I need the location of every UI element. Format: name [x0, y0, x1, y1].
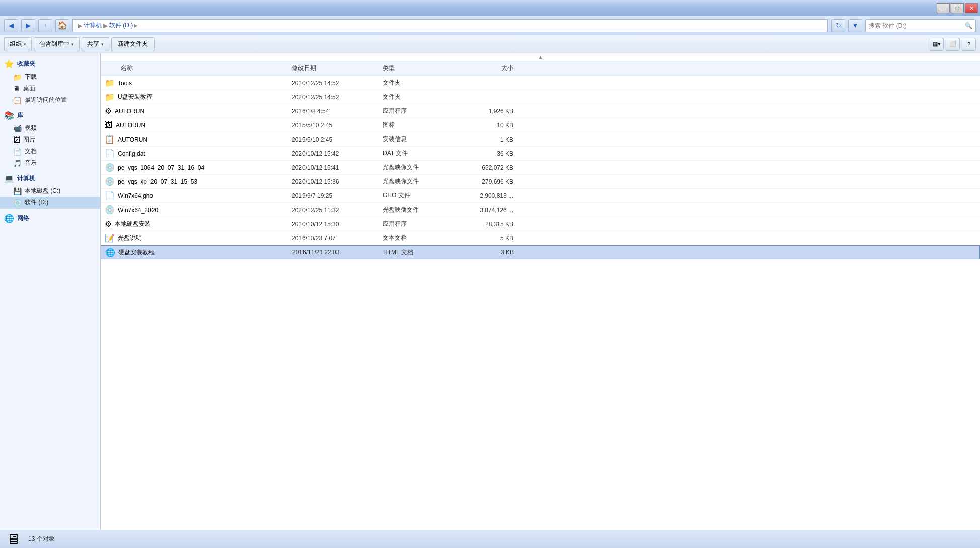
share-label: 共享 — [87, 40, 99, 48]
close-button[interactable]: ✕ — [965, 3, 978, 13]
sidebar-item-drive-c[interactable]: 💾本地磁盘 (C:) — [0, 185, 100, 197]
file-name-autorun2: 🖼 AUTORUN — [101, 121, 292, 130]
path-computer[interactable]: 计算机 — [84, 21, 102, 30]
file-icon-pe-yqs-xp: 💿 — [105, 177, 115, 186]
file-rows-container: 📁 Tools 2020/12/25 14:52 文件夹 📁 U盘安装教程 20… — [101, 76, 980, 259]
file-date-pe-yqs-1064: 2020/10/12 15:41 — [292, 164, 383, 171]
file-icon-udisk-install: 📁 — [105, 92, 115, 102]
images-icon: 🖼 — [13, 136, 20, 144]
sidebar-section-header-network[interactable]: 🌐网络 — [0, 212, 100, 225]
sidebar-item-video[interactable]: 📹视频 — [0, 122, 100, 134]
new-folder-button[interactable]: 新建文件夹 — [111, 37, 155, 51]
help-button[interactable]: ? — [962, 38, 976, 51]
status-icon: 🖥 — [6, 531, 20, 547]
file-type-win7x64-gho: GHO 文件 — [383, 191, 463, 200]
computer-label: 计算机 — [17, 174, 35, 183]
sidebar-section-header-library[interactable]: 📚库 — [0, 109, 100, 122]
table-row[interactable]: 🖼 AUTORUN 2015/5/10 2:45 图标 10 KB — [101, 118, 980, 132]
downloads-label: 下载 — [25, 73, 37, 81]
file-name-text-autorun3: AUTORUN — [118, 136, 147, 143]
column-date[interactable]: 修改日期 — [292, 64, 383, 73]
window-controls: — □ ✕ — [937, 3, 978, 13]
file-icon-disc-readme: 📝 — [105, 233, 115, 243]
column-type[interactable]: 类型 — [383, 64, 463, 73]
file-type-hdd-install-tutorial: HTML 文档 — [383, 248, 464, 257]
file-date-pe-yqs-xp: 2020/10/12 15:36 — [292, 178, 383, 185]
sidebar-section-header-computer[interactable]: 💻计算机 — [0, 172, 100, 185]
sidebar-section-favorites: ⭐收藏夹📁下载🖥桌面📋最近访问的位置 — [0, 57, 100, 106]
refresh-button[interactable]: ↻ — [831, 19, 845, 32]
file-type-disc-readme: 文本文档 — [383, 234, 463, 242]
network-label: 网络 — [17, 214, 29, 223]
address-path[interactable]: ▶ 计算机 ▶ 软件 (D:) ▶ — [72, 19, 828, 32]
view-toggle-button[interactable]: ▦ ▾ — [930, 38, 944, 51]
file-size-hdd-install-tutorial: 3 KB — [464, 249, 524, 256]
search-box[interactable]: 🔍 — [865, 19, 976, 32]
include-library-button[interactable]: 包含到库中 ▾ — [34, 37, 80, 51]
collapse-arrow[interactable]: ▲ — [101, 53, 980, 61]
sidebar-item-drive-d[interactable]: 💿软件 (D:) — [0, 197, 100, 209]
table-row[interactable]: 📄 Config.dat 2020/10/12 15:42 DAT 文件 36 … — [101, 147, 980, 161]
table-row[interactable]: ⚙ 本地硬盘安装 2020/10/12 15:30 应用程序 28,315 KB — [101, 217, 980, 231]
table-row[interactable]: 📄 Win7x64.gho 2019/9/7 19:25 GHO 文件 2,90… — [101, 189, 980, 203]
status-bar: 🖥 13 个对象 — [0, 530, 980, 548]
sidebar-item-music[interactable]: 🎵音乐 — [0, 157, 100, 169]
layout-button[interactable]: ⬜ — [946, 38, 960, 51]
table-row[interactable]: 📁 U盘安装教程 2020/12/25 14:52 文件夹 — [101, 90, 980, 104]
sidebar-item-images[interactable]: 🖼图片 — [0, 134, 100, 146]
table-row[interactable]: 💿 pe_yqs_1064_20_07_31_16_04 2020/10/12 … — [101, 161, 980, 175]
table-row[interactable]: 💿 Win7x64_2020 2020/12/25 11:32 光盘映像文件 3… — [101, 203, 980, 217]
table-row[interactable]: ⚙ AUTORUN 2016/1/8 4:54 应用程序 1,926 KB — [101, 104, 980, 118]
file-date-win7x64-gho: 2019/9/7 19:25 — [292, 192, 383, 199]
sidebar-item-documents[interactable]: 📄文档 — [0, 146, 100, 157]
up-button[interactable]: ↑ — [38, 19, 52, 32]
title-bar: — □ ✕ — [0, 0, 980, 16]
table-row[interactable]: 📁 Tools 2020/12/25 14:52 文件夹 — [101, 76, 980, 90]
recent-icon: 📋 — [13, 96, 22, 104]
file-size-disc-readme: 5 KB — [463, 235, 523, 242]
file-name-text-udisk-install: U盘安装教程 — [118, 93, 153, 101]
file-date-autorun3: 2015/5/10 2:45 — [292, 136, 383, 143]
sidebar-item-downloads[interactable]: 📁下载 — [0, 71, 100, 83]
file-date-tools: 2020/12/25 14:52 — [292, 80, 383, 87]
search-icon[interactable]: 🔍 — [965, 22, 972, 29]
file-name-disc-readme: 📝 光盘说明 — [101, 233, 292, 243]
file-type-tools: 文件夹 — [383, 79, 463, 87]
table-row[interactable]: 📋 AUTORUN 2015/5/10 2:45 安装信息 1 KB — [101, 132, 980, 147]
table-row[interactable]: 📝 光盘说明 2016/10/23 7:07 文本文档 5 KB — [101, 231, 980, 245]
address-dropdown-button[interactable]: ▼ — [848, 19, 862, 32]
file-name-tools: 📁 Tools — [101, 78, 292, 88]
share-button[interactable]: 共享 ▾ — [82, 37, 109, 51]
maximize-button[interactable]: □ — [951, 3, 964, 13]
table-row[interactable]: 💿 pe_yqs_xp_20_07_31_15_53 2020/10/12 15… — [101, 175, 980, 189]
column-name[interactable]: 名称 — [101, 64, 292, 73]
view-icon: ▦ — [933, 41, 938, 47]
file-size-win7x64-gho: 2,900,813 ... — [463, 192, 523, 199]
include-arrow: ▾ — [71, 42, 74, 47]
file-name-local-install: ⚙ 本地硬盘安装 — [101, 219, 292, 229]
search-input[interactable] — [869, 22, 965, 29]
file-list: ▲ 名称 修改日期 类型 大小 📁 Tools 2020/12/25 14:52… — [101, 53, 980, 530]
layout-icon: ⬜ — [949, 41, 956, 47]
file-icon-autorun3: 📋 — [105, 134, 115, 144]
network-icon: 🌐 — [4, 214, 14, 223]
minimize-button[interactable]: — — [937, 3, 950, 13]
file-type-autorun2: 图标 — [383, 121, 463, 129]
back-button[interactable]: ◀ — [4, 19, 18, 32]
file-name-text-tools: Tools — [118, 80, 132, 87]
sidebar-item-desktop[interactable]: 🖥桌面 — [0, 83, 100, 94]
sidebar: ⭐收藏夹📁下载🖥桌面📋最近访问的位置📚库📹视频🖼图片📄文档🎵音乐💻计算机💾本地磁… — [0, 53, 101, 530]
organize-button[interactable]: 组织 ▾ — [4, 37, 32, 51]
home-icon-button[interactable]: 🏠 — [55, 19, 69, 32]
downloads-icon: 📁 — [13, 73, 22, 81]
path-drive[interactable]: 软件 (D:) — [109, 21, 133, 30]
forward-button[interactable]: ▶ — [21, 19, 35, 32]
column-size[interactable]: 大小 — [463, 64, 523, 73]
file-size-win7x64-2020: 3,874,126 ... — [463, 207, 523, 214]
sidebar-item-recent[interactable]: 📋最近访问的位置 — [0, 94, 100, 106]
sidebar-section-header-favorites[interactable]: ⭐收藏夹 — [0, 57, 100, 71]
library-icon: 📚 — [4, 111, 14, 120]
computer-icon: 💻 — [4, 174, 14, 183]
table-row[interactable]: 🌐 硬盘安装教程 2016/11/21 22:03 HTML 文档 3 KB — [101, 245, 980, 259]
path-dropdown-arrow[interactable]: ▶ — [134, 23, 138, 28]
